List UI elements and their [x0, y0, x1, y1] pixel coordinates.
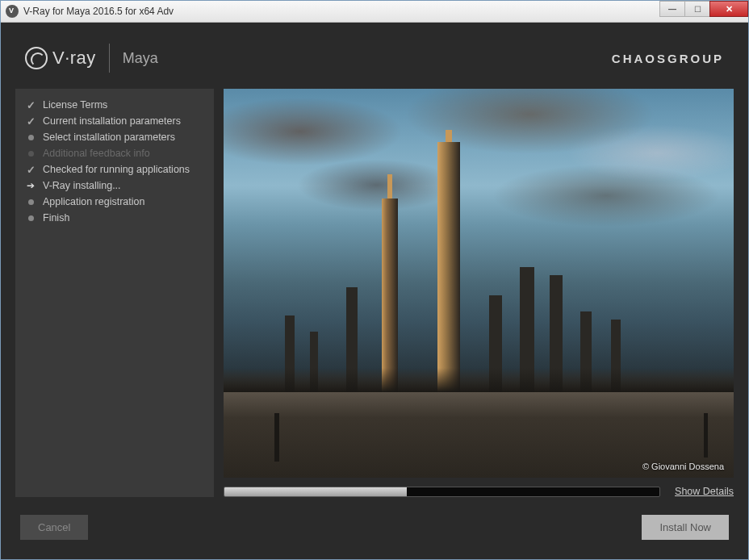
show-details-link[interactable]: Show Details — [675, 486, 734, 497]
step-registration: Application registration — [22, 194, 207, 210]
progress-fill — [224, 487, 407, 496]
logo-divider — [109, 44, 110, 73]
window-title: V-Ray for Maya 2016.5 for x64 Adv — [23, 6, 660, 17]
vray-swirl-icon — [25, 47, 48, 69]
product-name: V·ray — [52, 48, 96, 69]
step-feedback: Additional feedback info — [22, 145, 207, 161]
check-icon — [25, 99, 36, 111]
sky-clouds — [224, 89, 734, 303]
company-logo: CHAOSGROUP — [612, 52, 724, 65]
step-label: Finish — [43, 212, 69, 224]
image-credit: © Giovanni Dossena — [642, 462, 724, 471]
bullet-icon — [25, 212, 36, 224]
titlebar[interactable]: V-Ray for Maya 2016.5 for x64 Adv — [1, 1, 748, 23]
platform-name: Maya — [123, 50, 158, 67]
close-button[interactable] — [709, 1, 748, 17]
preview-image: © Giovanni Dossena — [224, 89, 734, 478]
logo-group: V·ray Maya — [25, 44, 158, 73]
step-select-params: Select installation parameters — [22, 129, 207, 145]
minimize-button[interactable] — [659, 1, 685, 17]
step-label: Application registration — [43, 196, 144, 207]
app-icon — [6, 5, 19, 18]
content-area: © Giovanni Dossena Show Details — [224, 89, 734, 497]
bullet-icon — [25, 148, 36, 159]
low-city — [224, 368, 734, 392]
progress-bar — [224, 487, 660, 497]
step-installing: V-Ray installing... — [22, 178, 207, 194]
step-label: V-Ray installing... — [43, 180, 121, 191]
window-controls — [660, 1, 748, 22]
installer-body: V·ray Maya CHAOSGROUP License Terms Curr… — [1, 23, 748, 559]
step-label: Checked for running applications — [43, 164, 190, 175]
maximize-button[interactable] — [684, 1, 710, 17]
step-label: Current installation parameters — [43, 115, 181, 127]
step-label: Select installation parameters — [43, 132, 175, 143]
header: V·ray Maya CHAOSGROUP — [15, 37, 734, 89]
step-finish: Finish — [22, 210, 207, 226]
arrow-icon — [25, 180, 36, 191]
step-checked-apps: Checked for running applications — [22, 161, 207, 178]
step-license-terms: License Terms — [22, 97, 207, 113]
progress-row: Show Details — [224, 478, 734, 497]
bullet-icon — [25, 132, 36, 143]
step-label: Additional feedback info — [43, 148, 150, 159]
cancel-button[interactable]: Cancel — [20, 515, 88, 540]
footer: Cancel Install Now — [15, 497, 734, 545]
main-area: License Terms Current installation param… — [15, 89, 734, 497]
check-icon — [25, 115, 36, 127]
install-now-button[interactable]: Install Now — [642, 515, 729, 540]
vray-logo: V·ray — [25, 47, 96, 69]
check-icon — [25, 164, 36, 175]
step-label: License Terms — [43, 99, 107, 111]
installer-window: V-Ray for Maya 2016.5 for x64 Adv V·ray … — [0, 0, 749, 560]
step-current-params: Current installation parameters — [22, 113, 207, 129]
bullet-icon — [25, 196, 36, 207]
steps-sidebar: License Terms Current installation param… — [15, 89, 214, 497]
